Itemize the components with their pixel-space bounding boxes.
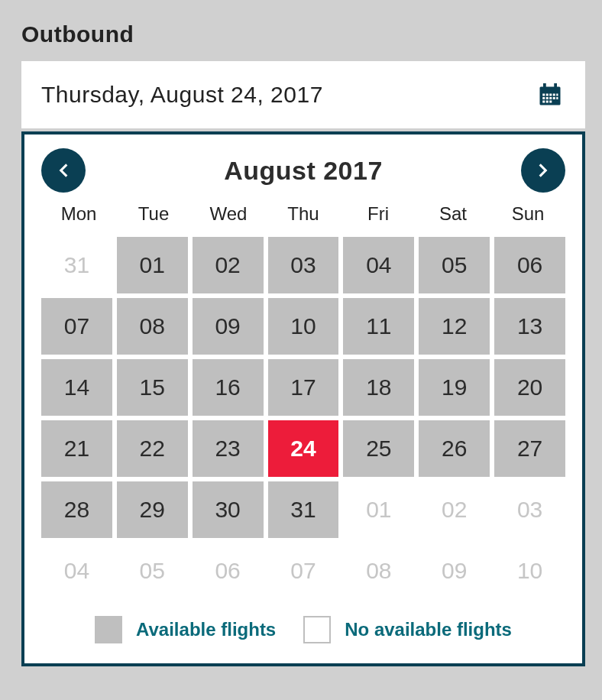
date-cell-selected[interactable]: 24 (268, 420, 339, 477)
date-cell: 06 (193, 543, 264, 599)
date-cell: 31 (41, 237, 112, 293)
date-cell[interactable]: 29 (117, 481, 188, 538)
date-cell[interactable]: 04 (343, 237, 414, 293)
date-cell[interactable]: 28 (41, 481, 112, 538)
date-cell[interactable]: 15 (117, 359, 188, 416)
date-cell: 04 (41, 543, 112, 599)
section-label: Outbound (21, 21, 585, 47)
day-of-week: Thu (266, 199, 341, 229)
day-of-week: Sat (416, 199, 490, 229)
date-cell[interactable]: 01 (117, 237, 188, 293)
date-cell: 10 (494, 543, 565, 599)
date-cell[interactable]: 16 (193, 359, 264, 416)
date-cell[interactable]: 31 (268, 481, 339, 538)
date-cell[interactable]: 11 (343, 298, 414, 355)
legend: Available flights No available flights (41, 616, 565, 643)
svg-rect-8 (556, 94, 558, 96)
date-cell: 01 (343, 481, 414, 538)
svg-rect-7 (553, 94, 555, 96)
date-cell[interactable]: 08 (117, 298, 188, 355)
day-of-week: Mon (41, 199, 116, 229)
legend-swatch-available (95, 616, 122, 643)
legend-available-label: Available flights (136, 619, 276, 640)
date-cell[interactable]: 18 (343, 359, 414, 416)
svg-rect-9 (542, 97, 545, 99)
svg-rect-13 (556, 97, 558, 99)
date-cell[interactable]: 19 (419, 359, 490, 416)
svg-rect-1 (543, 83, 546, 89)
svg-rect-11 (549, 97, 552, 99)
date-cell[interactable]: 07 (41, 298, 112, 355)
date-cell[interactable]: 27 (494, 420, 565, 477)
month-title: August 2017 (86, 156, 521, 186)
date-cell[interactable]: 10 (268, 298, 339, 355)
date-cell: 02 (419, 481, 490, 538)
svg-rect-2 (554, 83, 557, 89)
legend-unavailable-label: No available flights (345, 619, 512, 640)
date-cell[interactable]: 17 (268, 359, 339, 416)
date-cell: 05 (117, 543, 188, 599)
date-cell[interactable]: 06 (494, 237, 565, 293)
svg-rect-5 (546, 94, 549, 96)
day-of-week: Wed (191, 199, 266, 229)
selected-date-text: Thursday, August 24, 2017 (41, 82, 323, 108)
date-cell[interactable]: 14 (41, 359, 112, 416)
day-of-week-row: MonTueWedThuFriSatSun (41, 199, 565, 229)
date-cell[interactable]: 09 (193, 298, 264, 355)
date-cell: 03 (494, 481, 565, 538)
svg-rect-6 (549, 94, 552, 96)
day-of-week: Fri (341, 199, 416, 229)
date-input[interactable]: Thursday, August 24, 2017 (21, 61, 585, 128)
svg-rect-14 (542, 101, 545, 103)
svg-rect-12 (553, 97, 555, 99)
svg-rect-10 (546, 97, 549, 99)
date-cell[interactable]: 05 (419, 237, 490, 293)
date-cell[interactable]: 12 (419, 298, 490, 355)
prev-month-button[interactable] (41, 148, 86, 193)
calendar-panel: August 2017 MonTueWedThuFriSatSun 310102… (21, 131, 585, 666)
date-grid: 3101020304050607080910111213141516171819… (41, 237, 565, 599)
day-of-week: Sun (490, 199, 565, 229)
date-cell[interactable]: 02 (193, 237, 264, 293)
date-cell[interactable]: 23 (193, 420, 264, 477)
date-cell[interactable]: 21 (41, 420, 112, 477)
date-cell[interactable]: 13 (494, 298, 565, 355)
svg-rect-16 (549, 101, 552, 103)
svg-rect-4 (542, 94, 545, 96)
date-cell[interactable]: 26 (419, 420, 490, 477)
date-cell: 08 (343, 543, 414, 599)
legend-swatch-unavailable (303, 616, 331, 643)
calendar-icon[interactable] (535, 79, 565, 110)
next-month-button[interactable] (521, 148, 565, 193)
svg-rect-15 (546, 101, 549, 103)
day-of-week: Tue (116, 199, 191, 229)
date-cell[interactable]: 30 (193, 481, 264, 538)
date-cell[interactable]: 25 (343, 420, 414, 477)
date-cell: 09 (419, 543, 490, 599)
date-cell[interactable]: 20 (494, 359, 565, 416)
date-cell[interactable]: 03 (268, 237, 339, 293)
date-cell: 07 (268, 543, 339, 599)
date-cell[interactable]: 22 (117, 420, 188, 477)
